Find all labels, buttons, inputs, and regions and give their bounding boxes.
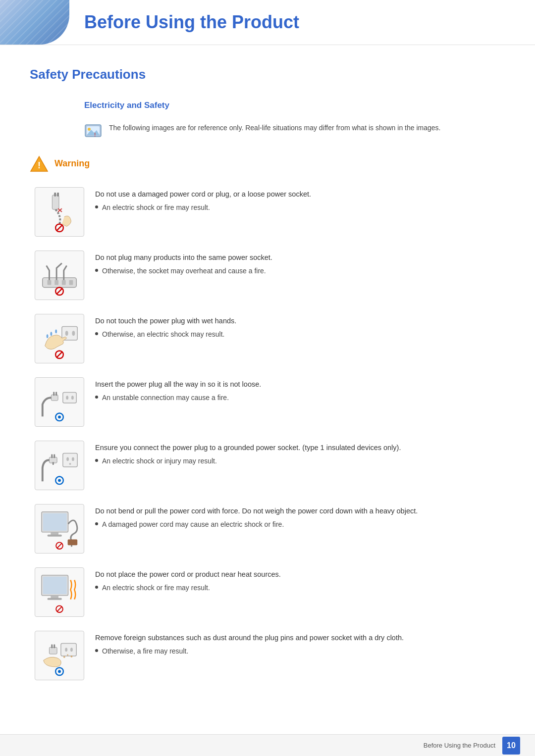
svg-text:!: !	[38, 160, 41, 170]
warning-main-text: Do not touch the power plug with wet han…	[95, 316, 505, 327]
header-accent	[0, 0, 69, 45]
svg-rect-18	[54, 280, 58, 285]
svg-rect-10	[54, 192, 56, 196]
warning-main-text: Do not plug many products into the same …	[95, 252, 505, 263]
svg-point-32	[66, 396, 68, 400]
svg-point-33	[71, 396, 74, 400]
svg-rect-50	[43, 513, 67, 530]
warning-bullet: An electric shock or fire may result.	[95, 202, 505, 213]
warning-item: Insert the power plug all the way in so …	[30, 377, 505, 427]
svg-point-38	[58, 415, 61, 418]
svg-line-61	[57, 606, 62, 611]
bullet-dot	[95, 459, 98, 462]
warning-bullet: An electric shock or fire may result.	[95, 583, 505, 593]
svg-line-15	[56, 225, 62, 231]
svg-rect-36	[55, 392, 57, 396]
svg-point-27	[55, 329, 57, 333]
svg-point-5	[88, 128, 91, 131]
warning-main-text: Ensure you connect the power plug to a g…	[95, 443, 505, 454]
warning-image-clean-dust	[35, 631, 84, 680]
warning-main-text: Remove foreign substances such as dust a…	[95, 633, 505, 644]
warning-text-block: Do not use a damaged power cord or plug,…	[95, 187, 505, 213]
warning-header: ! Warning	[30, 154, 505, 173]
bullet-dot	[95, 396, 98, 399]
warning-item: Do not plug many products into the same …	[30, 251, 505, 300]
svg-rect-65	[49, 647, 57, 654]
info-reference-icon: !	[84, 122, 102, 140]
plug-wet-icon	[38, 317, 81, 360]
warning-main-text: Do not place the power cord or product n…	[95, 569, 505, 580]
warning-bullet: Otherwise, the socket may overheat and c…	[95, 266, 505, 276]
svg-line-22	[56, 288, 62, 294]
svg-rect-67	[54, 644, 55, 648]
svg-point-40	[66, 457, 69, 461]
bullet-dot	[95, 332, 98, 335]
svg-rect-17	[48, 280, 52, 285]
footer-text: Before Using the Product	[424, 741, 495, 751]
svg-point-64	[70, 648, 73, 652]
svg-rect-66	[51, 644, 53, 648]
svg-point-68	[63, 655, 65, 657]
svg-point-24	[65, 331, 68, 336]
bullet-dot	[95, 205, 98, 208]
svg-point-69	[67, 654, 68, 655]
warning-image-wet-hands	[35, 314, 84, 363]
warning-image-plug-insert	[35, 377, 84, 427]
svg-rect-9	[52, 195, 59, 209]
warning-label: Warning	[54, 157, 90, 170]
warning-bullet: An unstable connection may cause a fire.	[95, 393, 505, 403]
svg-point-63	[65, 648, 67, 652]
footer-page-number: 10	[502, 737, 520, 755]
bullet-dot	[95, 522, 98, 525]
bullet-dot	[95, 269, 98, 272]
stripe-pattern	[0, 0, 69, 45]
warning-main-text: Do not use a damaged power cord or plug,…	[95, 189, 505, 200]
warning-text-block: Do not touch the power plug with wet han…	[95, 314, 505, 340]
svg-rect-62	[61, 643, 76, 655]
svg-point-48	[58, 479, 61, 482]
svg-point-28	[47, 334, 49, 338]
warning-text-block: Do not bend or pull the power cord with …	[95, 504, 505, 530]
warning-bullet: Otherwise, an electric shock may result.	[95, 329, 505, 340]
warning-text-block: Ensure you connect the power plug to a g…	[95, 441, 505, 467]
warning-triangle-icon: !	[30, 154, 49, 173]
svg-rect-31	[63, 392, 76, 403]
main-content: Safety Precautions Electricity and Safet…	[0, 45, 535, 734]
svg-rect-44	[51, 454, 53, 458]
svg-rect-35	[53, 392, 54, 396]
warning-main-text: Do not bend or pull the power cord with …	[95, 506, 505, 517]
warning-main-text: Insert the power plug all the way in so …	[95, 379, 505, 390]
svg-point-26	[50, 332, 52, 336]
warning-text-block: Do not place the power cord or product n…	[95, 567, 505, 594]
svg-rect-52	[48, 534, 62, 536]
plug-multi-icon	[38, 253, 81, 297]
plug-damaged-icon	[38, 190, 81, 234]
warning-text-block: Remove foreign substances such as dust a…	[95, 631, 505, 657]
warning-image-cord-bent	[35, 504, 84, 554]
plug-clean-icon	[38, 634, 81, 677]
info-note: ! The following images are for reference…	[84, 122, 505, 140]
svg-point-41	[72, 457, 74, 461]
svg-rect-11	[57, 192, 59, 196]
warning-image-heat	[35, 567, 84, 617]
svg-line-30	[56, 352, 62, 357]
page-title: Before Using the Product	[79, 9, 535, 36]
warning-image-damaged-cord	[35, 187, 84, 237]
warning-items-list: Do not use a damaged power cord or plug,…	[30, 187, 505, 680]
svg-rect-53	[68, 539, 78, 545]
info-note-text: The following images are for reference o…	[109, 122, 440, 133]
svg-text:!: !	[94, 132, 96, 138]
warning-image-multi-plug	[35, 251, 84, 300]
warning-item: Do not touch the power plug with wet han…	[30, 314, 505, 363]
warning-item: Do not place the power cord or product n…	[30, 567, 505, 617]
svg-point-42	[69, 463, 71, 465]
sub-section-title: Electricity and Safety	[84, 99, 505, 112]
bullet-dot	[95, 586, 98, 589]
warning-item: Do not use a damaged power cord or plug,…	[30, 187, 505, 237]
warning-item: Ensure you connect the power plug to a g…	[30, 441, 505, 490]
warning-item: Remove foreign substances such as dust a…	[30, 631, 505, 680]
svg-point-72	[58, 670, 61, 673]
svg-line-55	[57, 543, 62, 548]
section-title: Safety Precautions	[30, 65, 505, 84]
plug-insert-icon	[38, 380, 81, 424]
